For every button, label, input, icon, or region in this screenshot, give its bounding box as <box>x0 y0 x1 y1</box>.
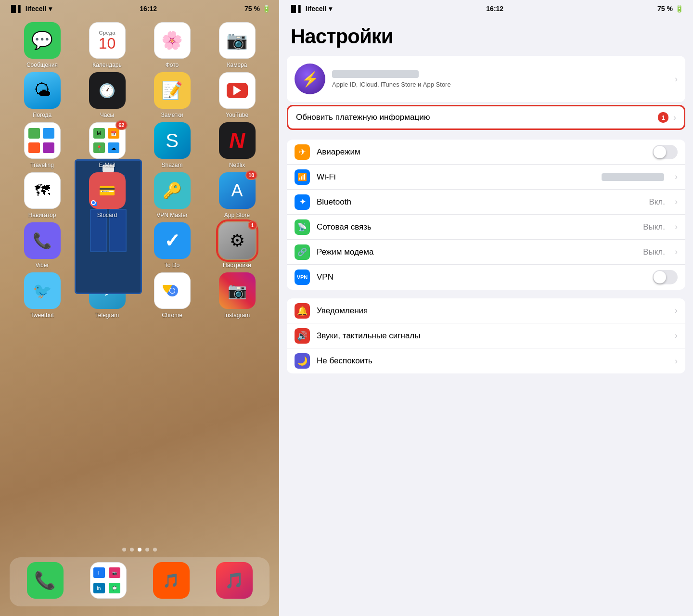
page-dots <box>10 548 270 552</box>
profile-subtitle: Apple ID, iCloud, iTunes Store и App Sto… <box>332 81 668 88</box>
wifi-setting-icon: 📶 <box>295 169 310 185</box>
airplane-row[interactable]: ✈ Авиарежим <box>287 140 685 165</box>
wifi-label: Wi-Fi <box>317 172 595 182</box>
notifications-chevron: › <box>675 306 678 316</box>
app-netflix[interactable]: N Netflix <box>211 122 264 168</box>
todo-icon: ✓ <box>154 222 191 259</box>
hotspot-row[interactable]: 🔗 Режим модема Выкл. › <box>287 240 685 265</box>
profile-avatar: ⚡ <box>295 64 325 94</box>
signal-icon-right: ▐▌▌ <box>289 5 303 13</box>
bluetooth-row[interactable]: ✦ Bluetooth Вкл. › <box>287 190 685 215</box>
app-shazam[interactable]: S Shazam <box>146 122 199 168</box>
svg-point-3 <box>170 288 175 293</box>
app-appstore[interactable]: A 10 App Store <box>211 172 264 218</box>
notifications-row[interactable]: 🔔 Уведомления › <box>287 298 685 323</box>
vpn-label: VPN <box>317 272 646 282</box>
calendar-label: Календарь <box>92 62 122 68</box>
app-navigator[interactable]: 🗺 Навигатор <box>16 172 69 218</box>
phone-icon: 📞 <box>27 562 64 599</box>
email-label: E-Mail <box>99 162 115 168</box>
app-instagram[interactable]: 📷 Instagram <box>211 272 264 319</box>
vpnmaster-label: VPN Master <box>156 212 188 218</box>
app-viber[interactable]: 📞 Viber <box>16 222 69 269</box>
sounds-icon: 🔊 <box>295 328 310 344</box>
traveling-icon <box>24 122 61 159</box>
profile-name-blur <box>332 70 419 78</box>
notes-icon: 📝 <box>154 72 191 109</box>
telegram-label: Telegram <box>95 312 119 319</box>
viber-label: Viber <box>36 262 49 269</box>
app-email[interactable]: M 📅 📍 ☁ 62 E-Mail <box>81 122 134 168</box>
email-badge: 62 <box>116 120 127 130</box>
wifi-row[interactable]: 📶 Wi-Fi › <box>287 165 685 190</box>
status-bar-left: ▐▌▌ lifecell ▾ 16:12 75 % 🔋 <box>0 0 279 17</box>
update-payment-row[interactable]: Обновить платежную информацию 1 › <box>287 105 685 130</box>
hotspot-chevron: › <box>675 247 678 257</box>
airplane-label: Авиарежим <box>317 147 646 157</box>
camera-label: Камера <box>227 62 247 68</box>
dock-phone[interactable]: 📞 <box>19 562 72 602</box>
camera-icon: 📷 <box>219 22 256 59</box>
todo-label: To Do <box>165 262 180 269</box>
settings-screen: ▐▌▌ lifecell ▾ 16:12 75 % 🔋 Настройки ⚡ … <box>279 0 693 616</box>
dot-3 <box>138 548 141 552</box>
bluetooth-icon: ✦ <box>295 194 310 210</box>
app-youtube[interactable]: YouTube <box>211 72 264 118</box>
chrome-label: Chrome <box>162 312 182 319</box>
cellular-value: Выкл. <box>643 222 665 232</box>
vpn-row[interactable]: VPN VPN <box>287 265 685 290</box>
vpn-toggle[interactable] <box>653 270 678 284</box>
app-calendar[interactable]: Среда 10 Календарь <box>81 22 134 68</box>
wifi-icon-left: ▾ <box>49 5 52 13</box>
youtube-icon <box>219 72 256 109</box>
cellular-row[interactable]: 📡 Сотовая связь Выкл. › <box>287 215 685 240</box>
dnd-icon: 🌙 <box>295 353 310 369</box>
app-weather[interactable]: 🌤 Погода <box>16 72 69 118</box>
carrier-right: lifecell <box>306 5 327 13</box>
bluetooth-label: Bluetooth <box>317 197 642 207</box>
airplane-mode-icon: ✈ <box>295 144 310 160</box>
stocard-label: Stocard <box>97 212 117 218</box>
notifications-icon: 🔔 <box>295 303 310 319</box>
app-row-2: 🌤 Погода 🕐 Часы 📝 Заметки <box>10 72 270 118</box>
stocard-dot <box>91 200 96 205</box>
traveling-label: Traveling <box>30 162 54 168</box>
app-vpnmaster[interactable]: 🔑 VPN Master <box>146 172 199 218</box>
dock-area: 📞 f 📷 in 💬 🎵 <box>0 543 279 616</box>
battery-icon-left: 🔋 <box>262 5 270 13</box>
dock: 📞 f 📷 in 💬 🎵 <box>10 557 270 606</box>
battery-icon-right: 🔋 <box>675 5 683 13</box>
profile-chevron: › <box>675 74 678 84</box>
app-tweetbot[interactable]: 🐦 Tweetbot <box>16 272 69 319</box>
app-settings[interactable]: ⚙ 1 Настройки <box>211 222 264 269</box>
profile-row[interactable]: ⚡ Apple ID, iCloud, iTunes Store и App S… <box>287 56 685 102</box>
app-row-1: 💬 Сообщения Среда 10 Календарь 🌸 Фото <box>10 22 270 68</box>
app-traveling[interactable]: Traveling <box>16 122 69 168</box>
shazam-label: Shazam <box>161 162 182 168</box>
sounds-row[interactable]: 🔊 Звуки, тактильные сигналы › <box>287 323 685 348</box>
battery-left: 75 % <box>244 5 260 13</box>
app-notes[interactable]: 📝 Заметки <box>146 72 199 118</box>
dot-2 <box>130 548 134 552</box>
netflix-icon: N <box>219 122 256 159</box>
app-messages[interactable]: 💬 Сообщения <box>16 22 69 68</box>
hotspot-icon: 🔗 <box>295 244 310 260</box>
cellular-chevron: › <box>675 222 678 232</box>
dnd-row[interactable]: 🌙 Не беспокоить › <box>287 348 685 373</box>
app-camera[interactable]: 📷 Камера <box>211 22 264 68</box>
appstore-badge: 10 <box>245 170 257 180</box>
airplane-toggle[interactable] <box>653 145 678 159</box>
time-right: 16:12 <box>486 5 503 13</box>
dock-social[interactable]: f 📷 in 💬 <box>82 562 135 602</box>
app-row-3: Traveling M 📅 📍 ☁ 62 E-Mail S <box>10 122 270 168</box>
hotspot-label: Режим модема <box>317 247 636 257</box>
dock-music[interactable]: 🎵 <box>208 562 261 602</box>
vpnmaster-icon: 🔑 <box>154 172 191 209</box>
app-stocard[interactable]: 💳 Stocard <box>81 172 134 218</box>
app-photos[interactable]: 🌸 Фото <box>146 22 199 68</box>
dock-soundcloud[interactable]: 🎵 <box>145 562 198 602</box>
profile-info: Apple ID, iCloud, iTunes Store и App Sto… <box>332 70 668 88</box>
chrome-icon <box>154 272 191 309</box>
app-clock[interactable]: 🕐 Часы <box>81 72 134 118</box>
messages-icon: 💬 <box>24 22 61 59</box>
